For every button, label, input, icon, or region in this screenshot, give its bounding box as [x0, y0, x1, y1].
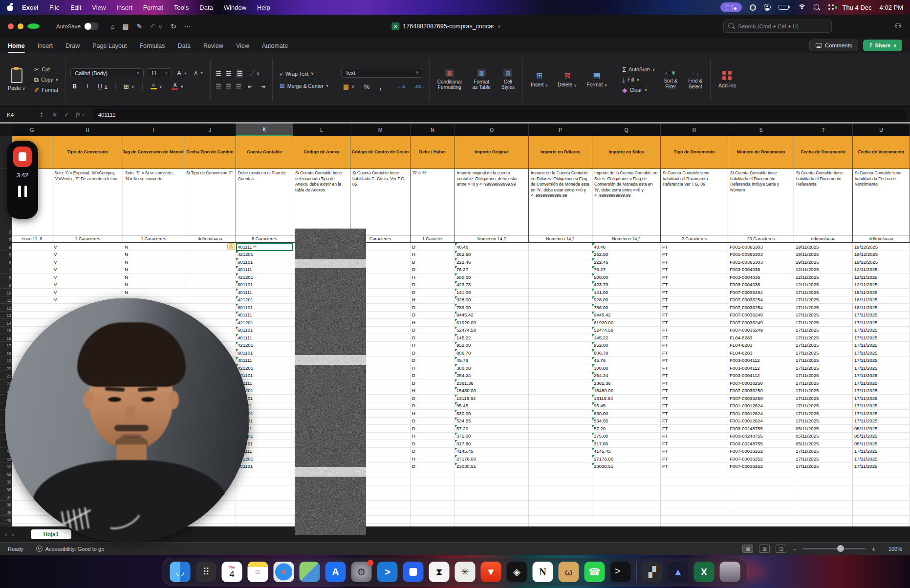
cell-O33[interactable]: 23030.51	[455, 463, 529, 471]
cell-N15[interactable]: D	[411, 327, 455, 335]
format-as-table-button[interactable]: ▦ Format as Table	[470, 68, 494, 91]
cell-S9[interactable]: F003-0004036	[728, 281, 794, 289]
cell-P39[interactable]	[529, 508, 592, 516]
profile-share-icon[interactable]: ⚇	[895, 21, 901, 30]
cell-K19[interactable]: 401111	[236, 357, 293, 365]
cell-S27[interactable]: F001-00012624	[728, 418, 794, 425]
cell-J6[interactable]	[184, 258, 236, 266]
cell-P31[interactable]	[529, 448, 592, 456]
cell-P23[interactable]	[529, 387, 592, 395]
normal-view-button[interactable]: ▦	[742, 545, 753, 553]
cell-T3[interactable]: dd/mm/aaaa	[794, 235, 853, 243]
cell-K37[interactable]	[236, 493, 293, 501]
cell-O31[interactable]: 4145.45	[455, 448, 529, 456]
dock-icon-trash[interactable]	[720, 562, 740, 582]
fill-color-button[interactable]: ◇ ∨	[149, 83, 164, 90]
cut-button[interactable]: ✂Cut	[32, 65, 61, 74]
cell-U30[interactable]: 05/11/2025	[853, 440, 910, 448]
cell-O30[interactable]: 317.80	[455, 440, 529, 448]
cell-P7[interactable]	[529, 266, 592, 274]
cell-O1[interactable]: Importe Original	[455, 136, 529, 169]
cell-R23[interactable]: FT	[661, 387, 728, 395]
underline-button[interactable]: U ∨	[96, 82, 109, 91]
cell-N13[interactable]: D	[411, 312, 455, 319]
cell-Q34[interactable]	[592, 470, 661, 478]
cell-K6[interactable]: 601101	[236, 258, 293, 266]
cell-T15[interactable]: 17/11/2025	[794, 327, 853, 335]
row-header-38[interactable]: 38	[0, 501, 12, 508]
cell-R37[interactable]	[661, 493, 728, 501]
cell-Q14[interactable]: 61920.00	[592, 319, 661, 327]
cell-S11[interactable]: F007-00036254	[728, 296, 794, 304]
cell-I1[interactable]: Flag de Conversión de Moneda	[123, 136, 184, 169]
cell-R33[interactable]: FT	[661, 463, 728, 471]
edit-icon[interactable]: ✎	[137, 22, 143, 30]
cell-R14[interactable]: FT	[661, 319, 728, 327]
cell-H8[interactable]: V	[52, 273, 123, 281]
cell-O22[interactable]: 2361.36	[455, 379, 529, 387]
cell-I10[interactable]: N	[123, 289, 184, 296]
cell-T20[interactable]: 17/11/2025	[794, 364, 853, 372]
error-warning-icon[interactable]: ⚠	[227, 243, 235, 250]
cell-K22[interactable]: 401111	[236, 379, 293, 387]
row-header-4[interactable]: 4	[0, 243, 12, 251]
cell-P28[interactable]	[529, 425, 592, 433]
cell-P35[interactable]	[529, 478, 592, 486]
cell-P27[interactable]	[529, 418, 592, 425]
copy-button[interactable]: ⧉Copy ∨	[32, 76, 61, 84]
cell-U18[interactable]: 17/11/2025	[853, 349, 910, 357]
col-header-N[interactable]: N	[411, 124, 455, 136]
font-color-button[interactable]: A ∨	[170, 82, 185, 91]
cell-S1[interactable]: Número de Documento	[728, 136, 794, 169]
dock-icon-finder[interactable]: ◡	[170, 562, 191, 582]
cell-O20[interactable]: 300.00	[455, 364, 529, 372]
cell-G11[interactable]	[12, 296, 52, 304]
cell-O9[interactable]: 423.73	[455, 281, 529, 289]
tab-view[interactable]: View	[236, 42, 249, 53]
cell-I4[interactable]: N	[123, 243, 184, 251]
cell-J8[interactable]	[184, 273, 236, 281]
zoom-out-button[interactable]: −	[792, 545, 796, 553]
cell-P40[interactable]	[529, 516, 592, 524]
cell-O10[interactable]: 141.00	[455, 289, 529, 296]
cell-K18[interactable]: 601101	[236, 349, 293, 357]
dock-icon-whatsapp[interactable]: ☎	[585, 562, 605, 582]
cell-O38[interactable]	[455, 501, 529, 508]
menu-tools[interactable]: Tools	[174, 4, 189, 11]
cell-K7[interactable]: 401111	[236, 266, 293, 274]
cell-K20[interactable]: 421201	[236, 364, 293, 372]
cell-K16[interactable]: 401111	[236, 334, 293, 342]
cell-Q4[interactable]: 40.46	[592, 243, 661, 251]
cell-T6[interactable]: 19/11/2025	[794, 258, 853, 266]
wrap-text-button[interactable]: ⤶Wrap Text ∨	[278, 69, 331, 78]
accounting-format-button[interactable]: ▦∨	[341, 83, 356, 91]
cell-Q17[interactable]: 952.00	[592, 342, 661, 350]
cell-T28[interactable]: 05/11/2025	[794, 425, 853, 433]
col-header-G[interactable]: G	[12, 124, 52, 136]
cell-J3[interactable]: dd/mm/aaaa	[184, 235, 236, 243]
cell-S17[interactable]: FL04-8283	[728, 342, 794, 350]
cell-N28[interactable]: D	[411, 425, 455, 433]
cell-T22[interactable]: 17/11/2025	[794, 379, 853, 387]
row-header-3[interactable]: 3	[0, 235, 12, 243]
dock-icon-hourglass[interactable]: ⧗	[429, 562, 450, 582]
cell-K36[interactable]	[236, 485, 293, 493]
cell-U27[interactable]: 17/11/2025	[853, 418, 910, 425]
col-header-I[interactable]: I	[123, 124, 184, 136]
cell-I3[interactable]: 1 Caracteres	[123, 235, 184, 243]
cell-P18[interactable]	[529, 349, 592, 357]
row-header-35[interactable]: 35	[0, 478, 12, 486]
cell-S35[interactable]	[728, 478, 794, 486]
cell-O18[interactable]: 806.78	[455, 349, 529, 357]
cell-T34[interactable]	[794, 470, 853, 478]
cell-R1[interactable]: Tipo de Documento	[661, 136, 728, 169]
delete-cells-button[interactable]: ⊠ Delete ∨	[555, 71, 580, 88]
cell-P29[interactable]	[529, 433, 592, 441]
align-right-icon[interactable]: ☰	[236, 83, 241, 90]
dock-icon-notion[interactable]: N	[533, 562, 553, 582]
cell-O2[interactable]: Importe original de la cuenta contable. …	[455, 169, 529, 235]
cell-R10[interactable]: FT	[661, 289, 728, 296]
cell-R34[interactable]	[661, 470, 728, 478]
cell-O39[interactable]	[455, 508, 529, 516]
name-box[interactable]: K4 ▲▼	[4, 111, 46, 118]
